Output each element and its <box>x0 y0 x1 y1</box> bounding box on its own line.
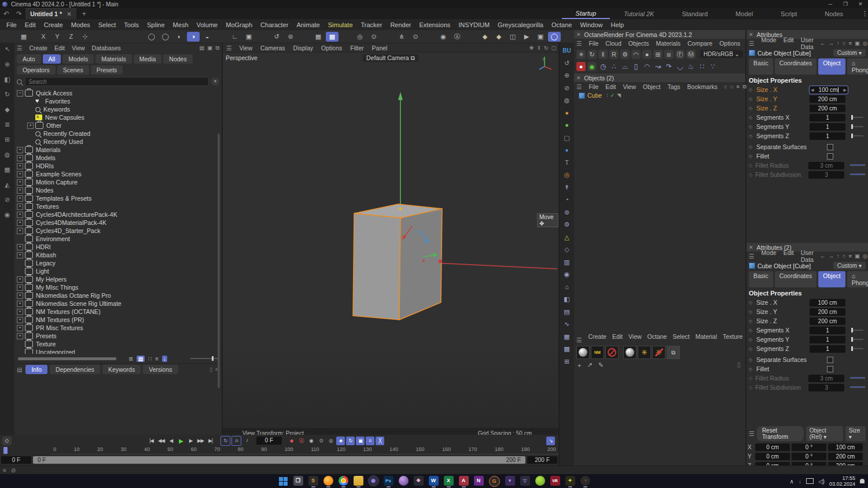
record-icon[interactable]: ⊙ <box>317 437 325 445</box>
asset-header-icon[interactable]: ▣ <box>207 45 212 51</box>
toolbar-icon[interactable]: ◎ <box>354 32 366 42</box>
tree-item[interactable]: + Templates & Presets <box>14 194 222 202</box>
tray-display-icon[interactable] <box>806 478 814 484</box>
menu-item[interactable]: Octane <box>547 21 576 28</box>
menu-item[interactable]: INSYDIUM <box>454 21 494 28</box>
transport-icon[interactable]: ◀◀ <box>157 437 165 445</box>
segments-z-slider[interactable] <box>851 135 863 136</box>
toolbar-icon[interactable]: ▣ <box>242 32 255 42</box>
tree-item[interactable]: + Motion Capture <box>14 178 222 186</box>
hamburger-icon[interactable]: ☰ <box>576 83 582 90</box>
edges-mode-icon[interactable]: ≣ <box>5 121 10 136</box>
record-icon[interactable]: ◆ <box>287 437 296 445</box>
tray-chevron-icon[interactable]: ∧ <box>790 478 794 485</box>
material-action-icon[interactable]: ↗ <box>587 361 592 369</box>
object-name[interactable]: Cube <box>587 92 602 99</box>
taskbar-app-icon[interactable]: ❖ <box>414 476 424 486</box>
maximize-view-icon[interactable]: ▢ <box>551 45 556 51</box>
objects-header-icon[interactable]: ⧉ <box>742 83 746 90</box>
asset-menu-item[interactable]: Edit <box>51 45 68 51</box>
axis-lock-button[interactable]: Y <box>51 32 64 42</box>
expander-icon[interactable]: + <box>17 204 23 210</box>
tree-item[interactable]: + Kitbash <box>14 251 222 259</box>
size-x-field[interactable]: ◀100 cm▶ <box>810 86 848 94</box>
render-icon[interactable]: ◯ <box>548 32 561 42</box>
status-icon[interactable]: ≡ <box>3 467 6 474</box>
hamburger-icon[interactable]: ☰ <box>749 253 754 260</box>
attributes-header-icon[interactable]: ◎ <box>863 40 867 47</box>
attributes-menu-item[interactable]: User Data <box>797 36 817 50</box>
menu-item[interactable]: Tools <box>120 21 143 28</box>
size-x-field[interactable]: 100 cm <box>810 299 845 306</box>
tree-item[interactable]: Light <box>14 267 222 275</box>
tree-item[interactable]: + HDRI <box>14 243 222 251</box>
detach-icon[interactable]: ▯ <box>209 367 212 372</box>
side-tool-icon[interactable]: ▩ <box>564 343 569 356</box>
tree-item[interactable]: Recently Used <box>14 138 222 146</box>
segments-x-field[interactable]: 1 <box>810 327 845 334</box>
editor-visibility-dots[interactable]: ∶ <box>606 93 608 98</box>
expander-icon[interactable]: + <box>17 293 23 299</box>
info-tab[interactable]: Info <box>25 365 47 374</box>
toolbar-icon[interactable]: ◆ <box>492 32 505 42</box>
taskbar-app-icon[interactable]: ✦ <box>565 476 575 486</box>
menu-item[interactable]: Modes <box>67 21 94 28</box>
objects-header-icon[interactable]: ○ <box>724 83 727 90</box>
expander-icon[interactable]: + <box>17 301 23 307</box>
side-tool-icon[interactable]: ◍ <box>564 94 570 107</box>
tree-item[interactable]: + My Helpers <box>14 275 222 283</box>
tray-clock[interactable]: 17:55 03.02.2024 <box>829 475 855 487</box>
side-tool-icon[interactable]: ◎ <box>564 169 570 182</box>
status-icon[interactable]: ⊘ <box>11 467 16 474</box>
objects-menu-item[interactable]: Tags <box>664 83 683 90</box>
materials-menu-item[interactable]: Material <box>693 333 720 347</box>
tree-item[interactable]: + NM Textures (OCTANE) <box>14 308 222 316</box>
material-sphere-thumb[interactable] <box>623 346 637 359</box>
materials-menu-item[interactable]: Create <box>585 333 609 347</box>
download-icon[interactable]: ↓ <box>162 356 167 362</box>
toolbar-icon[interactable]: ▩ <box>326 32 339 42</box>
toolbar-icon[interactable] <box>423 32 436 42</box>
maximize-button[interactable]: ❐ <box>838 1 853 7</box>
small-grid-view-icon[interactable]: ∷ <box>148 356 152 362</box>
toolbar-icon[interactable] <box>256 32 269 42</box>
phong-tag-icon[interactable]: ◥ <box>617 93 621 98</box>
expander-icon[interactable]: + <box>17 212 23 218</box>
attributes-header-icon[interactable]: ↑ <box>837 253 840 260</box>
render-icon[interactable]: ▣ <box>534 32 547 42</box>
side-tool-icon[interactable]: ⊛ <box>564 206 569 219</box>
filter-chip[interactable]: Scenes <box>57 65 89 75</box>
render-icon[interactable]: ▶ <box>520 32 533 42</box>
menu-item[interactable]: Render <box>386 21 415 28</box>
segments-z-field[interactable]: 1 <box>810 345 845 353</box>
taskbar-app-icon[interactable]: ▽ <box>520 476 530 486</box>
side-tool-icon[interactable]: T <box>565 157 569 169</box>
range-end-field[interactable]: 200 F <box>527 456 557 464</box>
tray-sound-icon[interactable]: ◁) <box>818 478 825 485</box>
toolbar-icon[interactable]: ↺ <box>270 32 283 42</box>
tree-item[interactable]: Favorites <box>14 97 222 105</box>
node-material-thumb[interactable]: ⧉ <box>667 346 680 359</box>
taskbar-app-icon[interactable]: W <box>429 476 439 486</box>
toolbar-icon[interactable] <box>381 32 394 42</box>
close-panel-icon[interactable]: ✕ <box>576 75 581 81</box>
material-nm-thumb[interactable]: NM <box>591 346 604 359</box>
tree-scrollbar[interactable] <box>218 134 220 388</box>
objects-menu-item[interactable]: File <box>585 83 602 90</box>
octane-tool-icon[interactable]: ✳ <box>576 50 586 59</box>
attributes-header-icon[interactable]: ○ <box>843 40 846 47</box>
attribute-tab[interactable]: Coordinates <box>775 58 817 75</box>
taskbar-app-icon[interactable]: S <box>308 476 318 486</box>
transport-icon[interactable]: ▶ <box>186 437 195 445</box>
taskbar-app-icon[interactable] <box>339 476 348 486</box>
objects-header-icon[interactable]: ≡ <box>737 83 740 90</box>
coords-mode-dropdown[interactable]: Object (Rel) ▾ <box>806 426 843 441</box>
attributes-header-icon[interactable]: ↑ <box>837 40 840 47</box>
menu-item[interactable]: Character <box>256 21 292 28</box>
filter-chip[interactable]: Presets <box>91 65 123 75</box>
magnet-icon[interactable]: ◉ <box>5 211 10 226</box>
dolly-icon[interactable]: ⇕ <box>536 45 541 51</box>
attributes-header-icon[interactable]: ◎ <box>863 253 867 260</box>
octane-menu-item[interactable]: Compare <box>684 40 716 47</box>
tree-item[interactable]: + Cycles4D_Starter_Pack <box>14 227 222 235</box>
